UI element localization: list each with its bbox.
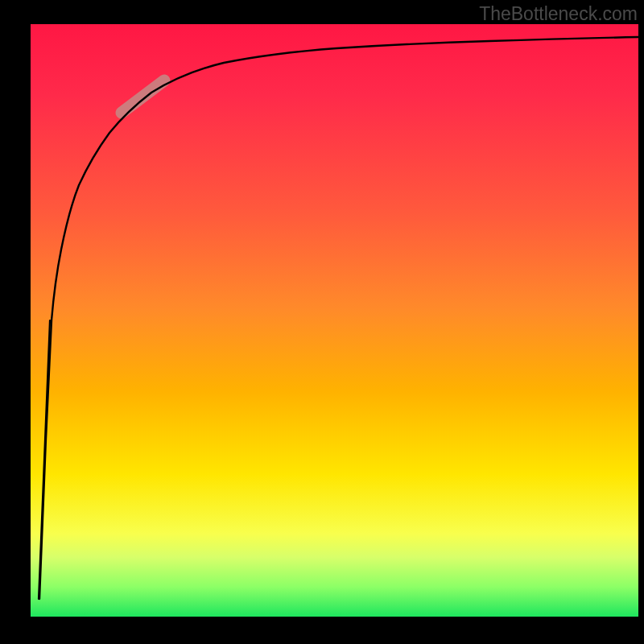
- vertical-guide: [39, 320, 50, 599]
- chart-frame: TheBottleneck.com: [0, 0, 644, 644]
- curve-layer: [31, 24, 638, 617]
- bottleneck-curve: [39, 37, 638, 599]
- highlight-segment: [122, 80, 164, 113]
- plot-area: [31, 24, 638, 617]
- watermark-text: TheBottleneck.com: [479, 3, 638, 25]
